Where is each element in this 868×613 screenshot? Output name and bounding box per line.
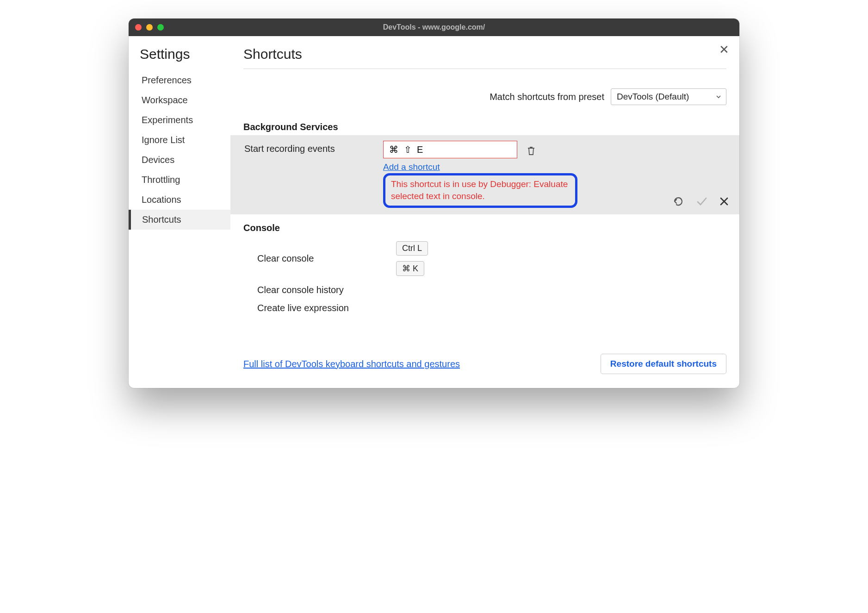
key-chip: ⌘ K <box>396 261 424 276</box>
shortcut-row: Create live expression <box>243 299 726 317</box>
close-window-button[interactable] <box>135 24 142 31</box>
sidebar-item-preferences[interactable]: Preferences <box>129 70 230 90</box>
action-label: Create live expression <box>257 303 349 313</box>
sidebar-item-label: Locations <box>142 194 181 205</box>
minimize-window-button[interactable] <box>146 24 153 31</box>
console-section: Console Clear console Ctrl L ⌘ K Clear c… <box>243 223 726 317</box>
shortcut-conflict-warning: This shortcut is in use by Debugger: Eva… <box>383 173 577 208</box>
page-title: Shortcuts <box>243 46 726 69</box>
window-title: DevTools - www.google.com/ <box>129 23 739 31</box>
shortcut-row: Clear console history <box>243 281 726 299</box>
sidebar-item-label: Experiments <box>142 115 193 125</box>
settings-sidebar: Settings Preferences Workspace Experimen… <box>129 36 230 388</box>
sidebar-item-workspace[interactable]: Workspace <box>129 90 230 110</box>
devtools-settings-window: DevTools - www.google.com/ ✕ Settings Pr… <box>129 19 739 388</box>
cancel-icon[interactable] <box>719 196 729 206</box>
close-icon[interactable]: ✕ <box>719 43 729 57</box>
sidebar-item-ignore-list[interactable]: Ignore List <box>129 130 230 150</box>
window-titlebar: DevTools - www.google.com/ <box>129 19 739 36</box>
sidebar-item-label: Throttling <box>142 175 180 185</box>
restore-defaults-button[interactable]: Restore default shortcuts <box>601 354 726 374</box>
sidebar-item-throttling[interactable]: Throttling <box>129 170 230 190</box>
trash-icon[interactable] <box>527 143 536 156</box>
shortcut-input[interactable] <box>383 141 517 158</box>
shortcut-row: Clear console Ctrl L ⌘ K <box>243 236 726 281</box>
sidebar-item-experiments[interactable]: Experiments <box>129 110 230 130</box>
caret-down-icon <box>716 92 721 102</box>
preset-label: Match shortcuts from preset <box>490 92 604 102</box>
edit-actions <box>672 196 729 207</box>
action-label: Clear console <box>257 253 396 264</box>
settings-content: ✕ Settings Preferences Workspace Experim… <box>129 36 739 388</box>
preset-row: Match shortcuts from preset DevTools (De… <box>243 88 726 105</box>
preset-select[interactable]: DevTools (Default) <box>611 88 726 105</box>
window-controls <box>135 24 164 31</box>
sidebar-heading: Settings <box>137 46 230 62</box>
sidebar-item-label: Ignore List <box>142 135 185 145</box>
section-title-background-services: Background Services <box>243 122 726 132</box>
sidebar-item-locations[interactable]: Locations <box>129 190 230 210</box>
add-shortcut-link[interactable]: Add a shortcut <box>383 162 440 172</box>
key-chip: Ctrl L <box>396 241 428 256</box>
section-title-console: Console <box>243 223 726 233</box>
sidebar-item-label: Workspace <box>142 95 188 105</box>
sidebar-item-devices[interactable]: Devices <box>129 150 230 170</box>
footer: Full list of DevTools keyboard shortcuts… <box>243 340 726 374</box>
sidebar-item-label: Devices <box>142 155 174 165</box>
action-label: Clear console history <box>257 285 396 295</box>
sidebar-item-shortcuts[interactable]: Shortcuts <box>129 210 230 230</box>
zoom-window-button[interactable] <box>157 24 164 31</box>
sidebar-item-label: Preferences <box>142 75 192 85</box>
sidebar-item-label: Shortcuts <box>142 214 181 225</box>
preset-value: DevTools (Default) <box>617 92 689 101</box>
key-col: Ctrl L ⌘ K <box>396 240 428 277</box>
shortcuts-panel: Shortcuts Match shortcuts from preset De… <box>230 36 739 388</box>
action-label: Start recording events <box>244 141 383 154</box>
full-shortcuts-link[interactable]: Full list of DevTools keyboard shortcuts… <box>243 359 460 369</box>
shortcut-edit-block: Start recording events Add a shortcut Th… <box>230 135 739 214</box>
confirm-icon[interactable] <box>696 196 708 207</box>
undo-icon[interactable] <box>672 196 685 207</box>
